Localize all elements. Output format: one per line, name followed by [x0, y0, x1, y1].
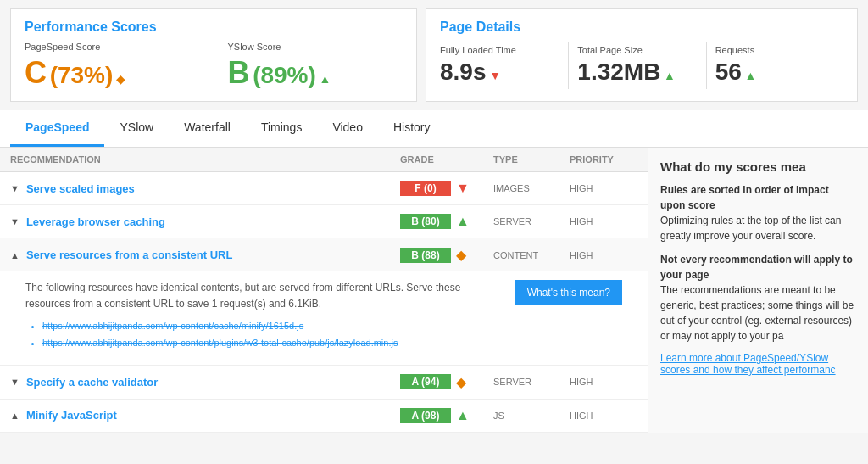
rec-grade-serve-scaled: F (0) ▼	[400, 181, 493, 196]
col-priority: PRIORITY	[570, 154, 637, 165]
yslow-label: YSlow Score	[228, 42, 403, 52]
rec-type-cache-validator: SERVER	[493, 377, 570, 387]
rec-grade-leverage-cache: B (80) ▲	[400, 214, 493, 229]
tab-timings[interactable]: Timings	[246, 110, 318, 147]
requests-indicator: ▲	[744, 69, 756, 82]
pagespeed-indicator: ◆	[116, 72, 125, 86]
grade-indicator-consistent-url: ◆	[456, 247, 466, 263]
yslow-value: B (89%) ▲	[228, 55, 403, 91]
rec-row-leverage-cache: ▼ Leverage browser caching B (80) ▲ SERV…	[0, 205, 648, 238]
rec-grade-minify-js: A (98) ▲	[400, 408, 493, 423]
chevron-serve-scaled: ▼	[10, 183, 19, 193]
tabs-bar: PageSpeed YSlow Waterfall Timings Video …	[0, 110, 868, 148]
tab-waterfall[interactable]: Waterfall	[169, 110, 246, 147]
rec-type-consistent-url: CONTENT	[493, 250, 570, 260]
rec-type-serve-scaled: IMAGES	[493, 183, 570, 193]
rec-title-leverage-cache[interactable]: Leverage browser caching	[26, 215, 400, 228]
size-label: Total Page Size	[577, 45, 697, 55]
grade-bar-serve-scaled: F (0)	[400, 181, 451, 196]
expanded-consistent-url: The following resources have identical c…	[0, 271, 648, 365]
right-panel-p1-bold: Rules are sorted in order of impact upon…	[660, 184, 829, 211]
rec-row-consistent-url: ▲ Serve resources from a consistent URL …	[0, 238, 648, 366]
rec-title-minify-js[interactable]: Minify JavaScript	[26, 409, 400, 422]
rec-priority-leverage-cache: HIGH	[570, 216, 637, 226]
rec-header-minify-js[interactable]: ▲ Minify JavaScript A (98) ▲ JS HIGH	[0, 400, 648, 432]
expanded-links-consistent-url: https://www.abhijitpanda.com/wp-content/…	[25, 319, 502, 350]
right-panel: What do my scores mea Rules are sorted i…	[648, 148, 868, 433]
tab-video[interactable]: Video	[317, 110, 378, 147]
size-indicator: ▲	[664, 69, 676, 82]
size-value-container: 1.32MB ▲	[577, 59, 697, 86]
tab-history[interactable]: History	[378, 110, 446, 147]
expanded-text-consistent-url: The following resources have identical c…	[25, 282, 460, 310]
grade-indicator-cache-validator: ◆	[456, 374, 466, 390]
yslow-score-box: YSlow Score B (89%) ▲	[228, 42, 403, 91]
link-item-1[interactable]: https://www.abhijitpanda.com/wp-content/…	[42, 319, 502, 334]
tab-yslow[interactable]: YSlow	[104, 110, 169, 147]
requests: Requests 56 ▲	[706, 42, 843, 89]
chevron-minify-js: ▲	[10, 411, 19, 421]
requests-value-container: 56 ▲	[715, 59, 835, 86]
rec-header-serve-scaled[interactable]: ▼ Serve scaled images F (0) ▼ IMAGES HIG…	[0, 172, 648, 204]
pagespeed-percent: (73%)	[50, 62, 114, 88]
rec-row-minify-js: ▲ Minify JavaScript A (98) ▲ JS HIGH	[0, 400, 648, 433]
requests-label: Requests	[715, 45, 835, 55]
grade-bar-consistent-url: B (88)	[400, 248, 451, 263]
rec-grade-consistent-url: B (88) ◆	[400, 247, 493, 263]
rec-title-consistent-url[interactable]: Serve resources from a consistent URL	[26, 249, 400, 261]
loaded-time: Fully Loaded Time 8.9s ▼	[440, 42, 568, 89]
page-details-title: Page Details	[440, 20, 843, 35]
right-panel-link[interactable]: Learn more about PageSpeed/YSlow scores …	[660, 352, 836, 376]
rec-grade-cache-validator: A (94) ◆	[400, 374, 493, 390]
rec-row-cache-validator: ▼ Specify a cache validator A (94) ◆ SER…	[0, 366, 648, 400]
size-value: 1.32MB	[577, 59, 660, 85]
rec-type-leverage-cache: SERVER	[493, 216, 570, 226]
pagespeed-letter: C	[25, 55, 47, 90]
col-type: TYPE	[493, 154, 570, 165]
loaded-indicator: ▼	[489, 69, 501, 82]
loaded-value-container: 8.9s ▼	[440, 59, 559, 86]
requests-value: 56	[715, 59, 742, 85]
yslow-indicator: ▲	[319, 72, 331, 86]
right-panel-p2: Not every recommendation will apply to y…	[660, 252, 856, 344]
rec-row-serve-scaled: ▼ Serve scaled images F (0) ▼ IMAGES HIG…	[0, 172, 648, 205]
rec-title-cache-validator[interactable]: Specify a cache validator	[26, 376, 400, 389]
chevron-cache-validator: ▼	[10, 377, 19, 387]
link-item-2[interactable]: https://www.abhijitpanda.com/wp-content/…	[42, 336, 502, 351]
chevron-leverage-cache: ▼	[10, 216, 19, 226]
pagespeed-label: PageSpeed Score	[25, 42, 200, 52]
rec-priority-serve-scaled: HIGH	[570, 183, 637, 193]
grade-bar-cache-validator: A (94)	[400, 374, 451, 389]
perf-scores-title: Performance Scores	[25, 20, 403, 35]
yslow-letter: B	[228, 55, 250, 90]
tab-pagespeed[interactable]: PageSpeed	[10, 110, 104, 147]
loaded-label: Fully Loaded Time	[440, 45, 559, 55]
rec-title-serve-scaled[interactable]: Serve scaled images	[26, 182, 400, 195]
rec-type-minify-js: JS	[493, 411, 570, 421]
right-panel-p1: Rules are sorted in order of impact upon…	[660, 182, 856, 243]
right-panel-title: What do my scores mea	[660, 159, 856, 174]
grade-indicator-minify-js: ▲	[456, 408, 470, 423]
rec-header-leverage-cache[interactable]: ▼ Leverage browser caching B (80) ▲ SERV…	[0, 205, 648, 238]
right-panel-p2-bold: Not every recommendation will apply to y…	[660, 254, 853, 281]
right-panel-p1-text: Optimizing rules at the top of the list …	[660, 215, 841, 242]
rec-priority-cache-validator: HIGH	[570, 377, 637, 387]
yslow-percent: (89%)	[253, 62, 316, 88]
page-details-box: Page Details Fully Loaded Time 8.9s ▼ To…	[426, 8, 858, 102]
grade-indicator-leverage-cache: ▲	[456, 214, 470, 229]
col-recommendation: RECOMMENDATION	[10, 154, 400, 165]
rec-header-consistent-url[interactable]: ▲ Serve resources from a consistent URL …	[0, 238, 648, 271]
rec-priority-minify-js: HIGH	[570, 411, 637, 421]
loaded-value: 8.9s	[440, 59, 487, 85]
grade-indicator-serve-scaled: ▼	[456, 181, 470, 196]
pagespeed-score-box: PageSpeed Score C (73%) ◆	[25, 42, 200, 91]
page-size: Total Page Size 1.32MB ▲	[568, 42, 705, 89]
rec-header-cache-validator[interactable]: ▼ Specify a cache validator A (94) ◆ SER…	[0, 366, 648, 399]
pagespeed-value: C (73%) ◆	[25, 55, 200, 91]
grade-bar-leverage-cache: B (80)	[400, 214, 451, 229]
chevron-consistent-url: ▲	[10, 250, 19, 260]
right-panel-p2-text: The recommendations are meant to be gene…	[660, 284, 854, 342]
whats-mean-button[interactable]: What's this mean?	[515, 280, 622, 305]
grade-bar-minify-js: A (98)	[400, 408, 451, 423]
rec-priority-consistent-url: HIGH	[570, 250, 637, 260]
